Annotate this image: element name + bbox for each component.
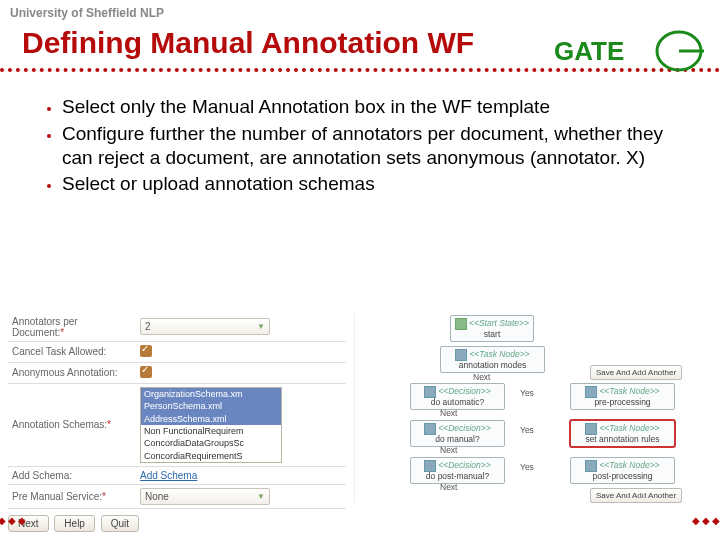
schemas-multiselect[interactable]: OrganizationSchema.xm PersonSchema.xml A… — [140, 387, 282, 463]
add-schema-link[interactable]: Add Schema — [140, 470, 197, 481]
annotators-select[interactable]: 2▼ — [140, 318, 270, 335]
node-preprocessing: <<Task Node>>pre-processing — [570, 383, 675, 410]
node-set-rules: <<Task Node>>set annotation rules — [570, 420, 675, 447]
bullet-2: Configure further the number of annotato… — [62, 122, 680, 170]
chevron-down-icon: ▼ — [257, 322, 265, 331]
required-star: * — [60, 327, 64, 338]
preservice-select[interactable]: None▼ — [140, 488, 270, 505]
edge-next-1: Next — [473, 372, 490, 382]
label-cancel: Cancel Task Allowed: — [8, 341, 136, 362]
save-button-2[interactable]: Save And Add Another — [590, 488, 682, 503]
cancel-checkbox[interactable] — [140, 345, 152, 357]
bullet-1: Select only the Manual Annotation box in… — [62, 95, 680, 119]
form-screenshot: Annotators per Document:* 2▼ Cancel Task… — [0, 313, 354, 532]
edge-yes-2: Yes — [520, 425, 534, 435]
node-postprocessing: <<Task Node>>post-processing — [570, 457, 675, 484]
edge-yes-1: Yes — [520, 388, 534, 398]
label-addschema: Add Schema: — [8, 467, 136, 485]
node-start: <<Start State>>start — [450, 315, 534, 342]
screenshots-row: ◆◆◆ ◆◆◆ Annotators per Document:* 2▼ Can… — [0, 313, 720, 532]
save-button-1[interactable]: Save And Add Another — [590, 365, 682, 380]
label-anonymous: Anonymous Annotation: — [8, 362, 136, 383]
edge-yes-3: Yes — [520, 462, 534, 472]
title-text: Defining Manual Annotation WF — [22, 26, 474, 59]
quit-button[interactable]: Quit — [101, 515, 139, 532]
edge-next-4: Next — [440, 482, 457, 492]
chevron-down-icon: ▼ — [257, 492, 265, 501]
footer-dots-right: ◆◆◆ — [692, 515, 720, 526]
page-title: Defining Manual Annotation WF GATE — [0, 20, 720, 68]
gate-logo: GATE — [554, 30, 704, 79]
node-do-manual: <<Decision>>do manual? — [410, 420, 505, 447]
edge-next-2: Next — [440, 408, 457, 418]
node-do-automatic: <<Decision>>do automatic? — [410, 383, 505, 410]
button-row: Next Help Quit — [8, 509, 346, 532]
bullet-list: Select only the Manual Annotation box in… — [0, 91, 720, 209]
required-star-2: * — [107, 419, 111, 430]
workflow-screenshot: <<Start State>>start <<Task Node>>annota… — [354, 313, 720, 503]
label-schemas: Annotation Schemas: — [12, 419, 107, 430]
header-affiliation: University of Sheffield NLP — [0, 0, 720, 20]
footer-dots-left: ◆◆◆ — [0, 515, 28, 526]
help-button[interactable]: Help — [54, 515, 95, 532]
bullet-3: Select or upload annotation schemas — [62, 172, 680, 196]
label-annotators: Annotators per Document: — [12, 316, 78, 338]
svg-text:GATE: GATE — [554, 36, 624, 66]
label-preservice: Pre Manual Service: — [12, 491, 102, 502]
required-star-3: * — [102, 491, 106, 502]
node-annotation-modes: <<Task Node>>annotation modes — [440, 346, 545, 373]
anonymous-checkbox[interactable] — [140, 366, 152, 378]
edge-next-3: Next — [440, 445, 457, 455]
node-do-post: <<Decision>>do post-manual? — [410, 457, 505, 484]
